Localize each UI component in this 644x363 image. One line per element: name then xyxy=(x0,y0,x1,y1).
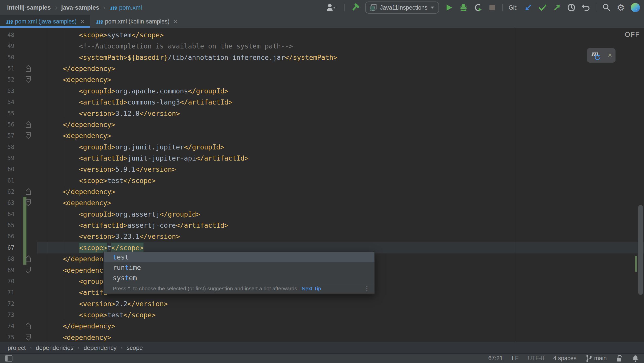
editor-tab[interactable]: mpom.xml (java-samples)× xyxy=(0,15,90,28)
code-line-row[interactable]: 52 <dependency> xyxy=(0,74,644,85)
code-line-row[interactable]: 73 <scope>test</scope> xyxy=(0,309,644,321)
search-icon[interactable] xyxy=(602,3,611,12)
line-number[interactable]: 74 xyxy=(0,320,14,332)
code-line-row[interactable]: 62 </dependency> xyxy=(0,186,644,197)
popup-kebab-icon[interactable]: ⋮ xyxy=(364,285,370,292)
line-number[interactable]: 70 xyxy=(0,276,14,287)
line-separator[interactable]: LF xyxy=(512,355,519,362)
git-branch-widget[interactable]: main xyxy=(586,355,607,362)
line-number[interactable]: 67 xyxy=(0,242,14,253)
code-line-row[interactable]: 72 <version>2.2</version> xyxy=(0,298,644,309)
completion-item[interactable]: runtime xyxy=(104,262,374,273)
git-commit-icon[interactable] xyxy=(538,3,547,12)
line-number[interactable]: 60 xyxy=(0,164,14,175)
file-encoding[interactable]: UTF-8 xyxy=(528,355,544,362)
line-number[interactable]: 75 xyxy=(0,332,14,342)
line-number[interactable]: 59 xyxy=(0,152,14,164)
code-line-row[interactable]: 66 <version>3.23.1</version> xyxy=(0,231,644,242)
tab-close-icon[interactable]: × xyxy=(173,18,177,25)
next-tip-link[interactable]: Next Tip xyxy=(302,286,321,292)
line-number[interactable]: 65 xyxy=(0,220,14,231)
code-token: org.assertj xyxy=(115,210,160,218)
debug-button[interactable] xyxy=(459,3,468,12)
line-number[interactable]: 58 xyxy=(0,141,14,153)
code-line-row[interactable]: 61 <scope>test</scope> xyxy=(0,175,644,186)
code-line-row[interactable]: 54 <artifactId>commons-lang3</artifactId… xyxy=(0,96,644,108)
run-configuration-select[interactable]: Java11Inspections xyxy=(365,2,439,14)
maven-reload-widget[interactable]: m × xyxy=(587,48,616,63)
line-number[interactable]: 57 xyxy=(0,130,14,141)
run-button[interactable] xyxy=(445,3,453,12)
breadcrumb-item[interactable]: project xyxy=(8,344,26,351)
code-line-row[interactable]: 59 <artifactId>junit-jupiter-api</artifa… xyxy=(0,152,644,164)
breadcrumb-item[interactable]: dependencies xyxy=(36,344,73,351)
code-editor[interactable]: 48 <scope>system</scope>49 <!--Autocompl… xyxy=(0,28,644,342)
code-line-row[interactable]: 48 <scope>system</scope> xyxy=(0,29,644,41)
line-number[interactable]: 72 xyxy=(0,298,14,309)
indent-style[interactable]: 4 spaces xyxy=(553,355,576,362)
settings-gear-icon[interactable]: ⚙ xyxy=(617,3,625,12)
git-push-icon[interactable] xyxy=(553,3,561,12)
code-token: </systemPath> xyxy=(285,54,337,61)
code-line-text: <artifa xyxy=(31,287,107,298)
dismiss-widget-icon[interactable]: × xyxy=(608,51,612,59)
line-number[interactable]: 64 xyxy=(0,209,14,220)
code-line-row[interactable]: 51 </dependency> xyxy=(0,63,644,74)
unlock-icon[interactable] xyxy=(616,355,623,362)
scrollbar-change-mark xyxy=(635,256,637,272)
editor-tab[interactable]: mpom.xml (kotlin-samples)× xyxy=(90,15,183,28)
code-line-row[interactable]: 60 <version>5.9.1</version> xyxy=(0,164,644,175)
line-number[interactable]: 48 xyxy=(0,29,14,41)
completion-item[interactable]: test xyxy=(104,252,374,262)
code-line-row[interactable]: 58 <groupId>org.junit.jupiter</groupId> xyxy=(0,141,644,153)
line-number[interactable]: 49 xyxy=(0,40,14,52)
code-line-row[interactable]: 74 </dependency> xyxy=(0,320,644,332)
rollback-icon[interactable] xyxy=(581,3,590,12)
history-icon[interactable] xyxy=(567,3,576,12)
line-number[interactable]: 73 xyxy=(0,309,14,321)
build-hammer-icon[interactable] xyxy=(351,3,359,12)
caret-position[interactable]: 67:21 xyxy=(488,355,503,362)
completion-item[interactable]: system xyxy=(104,273,374,283)
code-line-text: <artifactId>junit-jupiter-api</artifactI… xyxy=(31,152,249,164)
line-number[interactable]: 71 xyxy=(0,287,14,298)
code-line-row[interactable]: 57 <dependency> xyxy=(0,130,644,141)
line-number[interactable]: 69 xyxy=(0,265,14,276)
line-number[interactable]: 52 xyxy=(0,74,14,85)
code-line-row[interactable]: 50 <systemPath>${basedir}/lib/annotation… xyxy=(0,52,644,63)
notifications-bell-icon[interactable] xyxy=(632,355,639,362)
line-number[interactable]: 61 xyxy=(0,175,14,186)
breadcrumb-item[interactable]: dependency xyxy=(84,344,117,351)
user-account-icon[interactable] xyxy=(323,3,339,12)
git-update-icon[interactable] xyxy=(524,3,533,12)
breadcrumb-segment[interactable]: java-samples xyxy=(61,4,99,11)
breadcrumb-item[interactable]: scope xyxy=(127,344,143,351)
line-number[interactable]: 55 xyxy=(0,108,14,119)
line-number[interactable]: 53 xyxy=(0,85,14,97)
line-number[interactable]: 66 xyxy=(0,231,14,242)
line-number[interactable]: 54 xyxy=(0,96,14,108)
code-token: </dependency> xyxy=(63,188,115,196)
code-line-row[interactable]: 65 <artifactId>assertj-core</artifactId> xyxy=(0,220,644,231)
code-line-row[interactable]: 49 <!--Autocompletion is available on th… xyxy=(0,40,644,52)
code-line-row[interactable]: 64 <groupId>org.assertj</groupId> xyxy=(0,209,644,220)
tool-window-toggle-icon[interactable] xyxy=(5,355,13,362)
code-line-row[interactable]: 63 <dependency> xyxy=(0,197,644,209)
breadcrumb-file[interactable]: mpom.xml xyxy=(110,4,142,11)
code-line-row[interactable]: 53 <groupId>org.apache.commons</groupId> xyxy=(0,85,644,97)
breadcrumb-segment[interactable]: intellij-samples xyxy=(7,4,51,11)
tab-close-icon[interactable]: × xyxy=(81,18,84,25)
line-number[interactable]: 62 xyxy=(0,186,14,197)
stop-button[interactable] xyxy=(488,3,496,12)
line-number[interactable]: 51 xyxy=(0,63,14,74)
profiler-button[interactable] xyxy=(474,3,482,12)
line-number[interactable]: 63 xyxy=(0,197,14,209)
line-number[interactable]: 50 xyxy=(0,52,14,63)
code-line-row[interactable]: 55 <version>3.12.0</version> xyxy=(0,108,644,119)
code-line-row[interactable]: 75 <dependency> xyxy=(0,332,644,342)
line-number[interactable]: 56 xyxy=(0,119,14,130)
tab-options-kebab-icon[interactable]: ⋮ xyxy=(633,0,640,13)
code-line-row[interactable]: 56 </dependency> xyxy=(0,119,644,130)
scrollbar-thumb[interactable] xyxy=(638,205,643,295)
line-number[interactable]: 68 xyxy=(0,253,14,265)
